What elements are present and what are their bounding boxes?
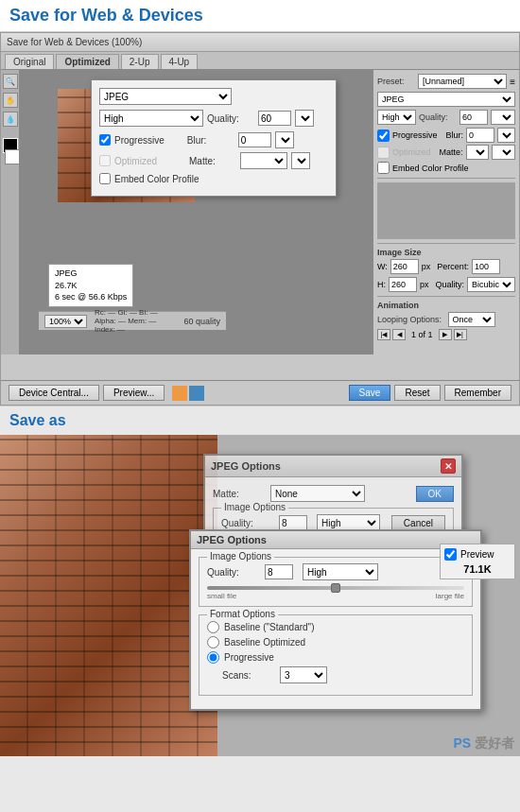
quality-arr[interactable] [491, 110, 515, 125]
frame-prev-btn[interactable]: ◀ [392, 329, 406, 340]
save-btn[interactable]: Save [349, 385, 391, 401]
watermark-rest: 爱好者 [475, 735, 514, 751]
baseline-opt-row: Baseline Optimized [207, 636, 464, 648]
color-swatch-bg[interactable] [5, 149, 20, 164]
sfw-info-badge: JPEG 26.7K 6 sec @ 56.6 Kbps [48, 264, 133, 307]
format-select-right[interactable]: JPEG [377, 92, 515, 107]
info-format: JPEG [55, 268, 127, 280]
frame-last-btn[interactable]: ▶| [454, 329, 467, 340]
img-size-w-row: W: px Percent: [377, 259, 515, 274]
frame-next-btn[interactable]: ▶ [439, 329, 452, 340]
matte-right[interactable] [466, 145, 490, 160]
quality-input-right[interactable] [459, 110, 488, 125]
baseline-opt-radio[interactable] [207, 636, 219, 648]
percent-input[interactable] [472, 259, 500, 274]
width-input[interactable] [390, 259, 419, 274]
dialog1-titlebar: JPEG Options ✕ [205, 456, 461, 477]
dialog1-quality-label: Quality: [221, 518, 273, 528]
px-label-h: px [420, 280, 429, 289]
compression-right[interactable]: High [377, 110, 416, 125]
progressive-check-right[interactable] [377, 130, 390, 142]
matte-arr-right[interactable] [492, 145, 515, 160]
dialog1-img-options-title: Image Options [221, 502, 288, 512]
preset-menu-icon[interactable]: ≡ [510, 77, 515, 87]
sfw-titlebar-text: Save for Web & Devices (100%) [7, 37, 142, 47]
dialog2-quality-input[interactable] [265, 564, 293, 579]
percent-label: Percent: [437, 262, 469, 271]
preview-btn[interactable]: Preview... [103, 385, 165, 401]
px-label-w: px [422, 262, 431, 271]
browser-icon-2[interactable] [189, 386, 204, 401]
progressive-fmt-label: Progressive [224, 652, 274, 663]
footer-right-btns: Save Reset Remember [349, 385, 511, 401]
dialog2-format-options: Format Options Baseline ("Standard") Bas… [199, 614, 473, 696]
quality-badge: 60 quality [183, 317, 220, 326]
watermark-ps: PS [453, 735, 471, 751]
zoom-tool[interactable]: 🔍 [3, 74, 18, 89]
dialog1-cancel-btn[interactable]: Cancel [391, 515, 445, 531]
quality-select-img[interactable]: Bicubic [467, 277, 515, 292]
popup-optimized-row: Optimized Matte: [99, 152, 328, 169]
save-as-label: Save as [0, 406, 520, 435]
scans-select[interactable]: 3 [280, 666, 327, 683]
zoom-select[interactable]: 100% [44, 315, 87, 328]
dialog1-ok-btn[interactable]: OK [416, 486, 454, 502]
tab-optimized[interactable]: Optimized [56, 54, 118, 69]
blur-label-right: Blur: [446, 130, 464, 140]
browser-icon-1[interactable] [172, 386, 187, 401]
blur-input-right[interactable] [466, 128, 494, 143]
device-central-btn[interactable]: Device Central... [9, 385, 99, 401]
matte-select[interactable] [240, 152, 287, 169]
baseline-std-radio[interactable] [207, 621, 219, 633]
format-select[interactable]: JPEG [99, 88, 232, 105]
height-input[interactable] [389, 277, 417, 292]
tab-2up[interactable]: 2-Up [121, 54, 159, 69]
preview-thumb-right [377, 182, 515, 239]
compression-select[interactable]: High [99, 110, 203, 127]
looping-row: Looping Options: Once [377, 312, 515, 327]
frame-first-btn[interactable]: |◀ [377, 329, 390, 340]
remember-btn[interactable]: Remember [444, 385, 511, 401]
progressive-checkbox[interactable] [99, 134, 111, 146]
tab-4up[interactable]: 4-Up [161, 54, 199, 69]
dialog1-quality-input[interactable] [279, 515, 307, 530]
quality-slider-thumb-2[interactable] [331, 583, 340, 593]
small-label-2: small file [207, 592, 236, 600]
quality-input[interactable] [258, 111, 291, 126]
eyedropper-tool[interactable]: 💧 [3, 112, 18, 127]
blur-label: Blur: [187, 135, 234, 146]
sfw-popup-panel: JPEG High Quality: Progressive Blur: [91, 79, 337, 197]
saveas-brick-texture [0, 435, 217, 756]
slider-labels-2: small file large file [207, 592, 464, 600]
popup-format-row: JPEG [99, 88, 328, 105]
hand-tool[interactable]: ✋ [3, 93, 18, 108]
progressive-radio[interactable] [207, 651, 219, 664]
quality-slider-2[interactable] [207, 586, 464, 590]
preset-select[interactable]: [Unnamed] [418, 74, 507, 89]
embed-color-checkbox[interactable] [99, 173, 111, 184]
blur-input[interactable] [238, 132, 271, 147]
dialog2-titlebar: JPEG Options [191, 531, 480, 549]
quality-label: Quality: [207, 113, 254, 124]
sfw-canvas: JPEG High Quality: Progressive Blur: [20, 70, 373, 354]
dialog2-quality-select[interactable]: High [303, 563, 378, 580]
blur-arr-right[interactable] [497, 128, 515, 143]
quality-select[interactable] [295, 110, 314, 127]
blur-select[interactable] [275, 131, 294, 148]
dialog1-close-btn[interactable]: ✕ [441, 458, 456, 474]
browser-icons [172, 385, 204, 401]
preview-side-check[interactable] [444, 548, 457, 561]
matte-select2[interactable] [291, 152, 310, 169]
reset-btn[interactable]: Reset [394, 385, 440, 401]
progressive-fmt-row: Progressive [207, 651, 464, 664]
tab-original[interactable]: Original [5, 54, 54, 69]
popup-progressive-row: Progressive Blur: [99, 131, 328, 148]
optimized-check-right[interactable] [377, 147, 390, 159]
embed-check-right[interactable] [377, 162, 390, 174]
sfw-toolbar: 🔍 ✋ 💧 [1, 70, 20, 354]
dialog1-matte-select[interactable]: None [270, 485, 365, 502]
sfw-footer: Device Central... Preview... Save Reset … [1, 380, 519, 405]
optimized-checkbox[interactable] [99, 155, 111, 166]
save-as-section: JPEG Options ✕ Matte: None OK Image Opti… [0, 435, 520, 756]
looping-select[interactable]: Once [448, 312, 495, 327]
